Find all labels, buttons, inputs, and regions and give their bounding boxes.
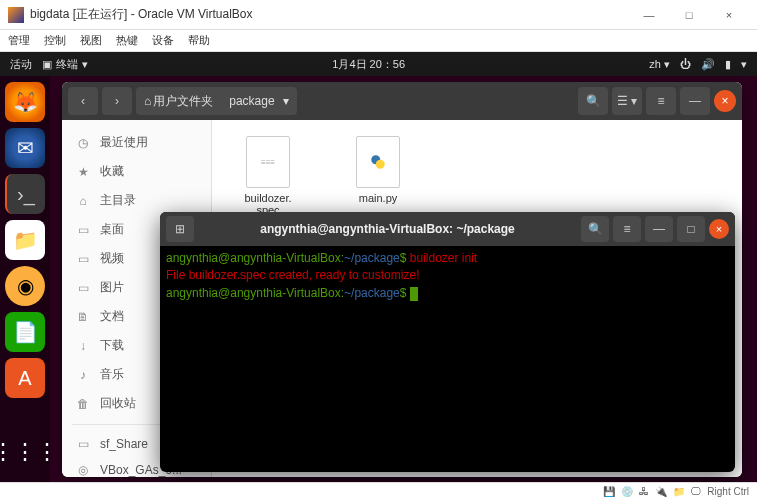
terminal-search[interactable]: 🔍 (581, 216, 609, 242)
home-icon: ⌂ (76, 194, 90, 208)
svg-point-1 (376, 160, 385, 169)
dock-thunderbird[interactable]: ✉ (5, 128, 45, 168)
status-hdd-icon[interactable]: 💾 (603, 486, 615, 497)
cursor (410, 287, 418, 301)
dock-rhythmbox[interactable]: ◉ (5, 266, 45, 306)
network-icon[interactable]: ⏻ (680, 58, 691, 70)
file-label: main.py (359, 192, 398, 204)
python-file-icon (356, 136, 400, 188)
minimize-button[interactable]: — (629, 0, 669, 30)
menu-view[interactable]: 视图 (80, 33, 102, 48)
virtualbox-icon (8, 7, 24, 23)
window-title: bigdata [正在运行] - Oracle VM VirtualBox (30, 6, 629, 23)
pathbar[interactable]: ⌂ 用户文件夹 package ▾ (136, 87, 297, 115)
dock-show-apps[interactable]: ⋮⋮⋮ (5, 432, 45, 472)
new-tab-button[interactable]: ⊞ (166, 216, 194, 242)
sidebar-recent[interactable]: ◷最近使用 (62, 128, 211, 157)
disc-icon: ◎ (76, 463, 90, 477)
status-usb-icon[interactable]: 🔌 (655, 486, 667, 497)
clock[interactable]: 1月4日 20：56 (332, 57, 405, 72)
system-tray[interactable]: zh ▾ ⏻ 🔊 ▮ ▾ (649, 58, 747, 71)
terminal-title: angynthia@angynthia-VirtualBox: ~/packag… (198, 222, 577, 236)
home-icon: ⌂ (144, 94, 151, 108)
status-hostkey: Right Ctrl (707, 486, 749, 497)
gnome-top-panel: 活动 ▣ 终端 ▾ 1月4日 20：56 zh ▾ ⏻ 🔊 ▮ ▾ (0, 52, 757, 76)
lang-indicator[interactable]: zh ▾ (649, 58, 670, 71)
desktop-icon: ▭ (76, 223, 90, 237)
sidebar-home[interactable]: ⌂主目录 (62, 186, 211, 215)
music-icon: ♪ (76, 368, 90, 382)
view-button[interactable]: ☰ ▾ (612, 87, 642, 115)
file-buildozer-spec[interactable]: ≡≡≡ buildozer. spec (228, 136, 308, 216)
file-main-py[interactable]: main.py (338, 136, 418, 204)
files-toolbar: ‹ › ⌂ 用户文件夹 package ▾ 🔍 ☰ ▾ ≡ — × (62, 82, 742, 120)
battery-icon[interactable]: ▮ (725, 58, 731, 71)
app-indicator[interactable]: ▣ 终端 ▾ (42, 57, 88, 72)
menu-help[interactable]: 帮助 (188, 33, 210, 48)
forward-button[interactable]: › (102, 87, 132, 115)
text-file-icon: ≡≡≡ (246, 136, 290, 188)
close-button[interactable]: × (709, 0, 749, 30)
dock-terminal[interactable]: ›_ (5, 174, 45, 214)
terminal-line: angynthia@angynthia-VirtualBox:~/package… (166, 285, 729, 302)
power-icon[interactable]: ▾ (741, 58, 747, 71)
terminal-window: ⊞ angynthia@angynthia-VirtualBox: ~/pack… (160, 212, 735, 472)
dropdown-icon: ▾ (82, 58, 88, 71)
terminal-titlebar: ⊞ angynthia@angynthia-VirtualBox: ~/pack… (160, 212, 735, 246)
folder-icon: ▭ (76, 437, 90, 451)
menu-devices[interactable]: 设备 (152, 33, 174, 48)
activities-button[interactable]: 活动 (10, 57, 32, 72)
back-button[interactable]: ‹ (68, 87, 98, 115)
vbox-statusbar: 💾 💿 🖧 🔌 📁 🖵 Right Ctrl (0, 482, 757, 500)
path-package[interactable]: package (229, 94, 274, 108)
terminal-menu[interactable]: ≡ (613, 216, 641, 242)
app-label: 终端 (56, 57, 78, 72)
document-icon: 🗎 (76, 310, 90, 324)
sound-icon[interactable]: 🔊 (701, 58, 715, 71)
menu-hotkey[interactable]: 热键 (116, 33, 138, 48)
path-home[interactable]: 用户文件夹 (153, 93, 213, 110)
search-button[interactable]: 🔍 (578, 87, 608, 115)
ubuntu-dock: 🦊 ✉ ›_ 📁 ◉ 📄 A ⋮⋮⋮ (0, 76, 50, 482)
menu-control[interactable]: 控制 (44, 33, 66, 48)
download-icon: ↓ (76, 339, 90, 353)
sidebar-starred[interactable]: ★收藏 (62, 157, 211, 186)
star-icon: ★ (76, 165, 90, 179)
dock-firefox[interactable]: 🦊 (5, 82, 45, 122)
dock-software[interactable]: A (5, 358, 45, 398)
terminal-close[interactable]: × (709, 219, 729, 239)
picture-icon: ▭ (76, 281, 90, 295)
status-net-icon[interactable]: 🖧 (639, 486, 649, 497)
trash-icon: 🗑 (76, 397, 90, 411)
video-icon: ▭ (76, 252, 90, 266)
clock-icon: ◷ (76, 136, 90, 150)
maximize-button[interactable]: □ (669, 0, 709, 30)
terminal-minimize[interactable]: — (645, 216, 673, 242)
status-display-icon[interactable]: 🖵 (691, 486, 701, 497)
dock-files[interactable]: 📁 (5, 220, 45, 260)
vbox-titlebar: bigdata [正在运行] - Oracle VM VirtualBox — … (0, 0, 757, 30)
vbox-menubar: 管理 控制 视图 热键 设备 帮助 (0, 30, 757, 52)
menu-button[interactable]: ≡ (646, 87, 676, 115)
files-close[interactable]: × (714, 90, 736, 112)
terminal-line: File buildozer.spec created, ready to cu… (166, 267, 729, 284)
terminal-icon: ▣ (42, 58, 52, 71)
files-minimize[interactable]: — (680, 87, 710, 115)
dropdown-icon: ▾ (283, 94, 289, 108)
ubuntu-desktop: 活动 ▣ 终端 ▾ 1月4日 20：56 zh ▾ ⏻ 🔊 ▮ ▾ 🦊 ✉ ›_… (0, 52, 757, 482)
dock-libreoffice[interactable]: 📄 (5, 312, 45, 352)
status-disc-icon[interactable]: 💿 (621, 486, 633, 497)
status-shared-icon[interactable]: 📁 (673, 486, 685, 497)
terminal-line: angynthia@angynthia-VirtualBox:~/package… (166, 250, 729, 267)
terminal-body[interactable]: angynthia@angynthia-VirtualBox:~/package… (160, 246, 735, 306)
terminal-maximize[interactable]: □ (677, 216, 705, 242)
menu-manage[interactable]: 管理 (8, 33, 30, 48)
